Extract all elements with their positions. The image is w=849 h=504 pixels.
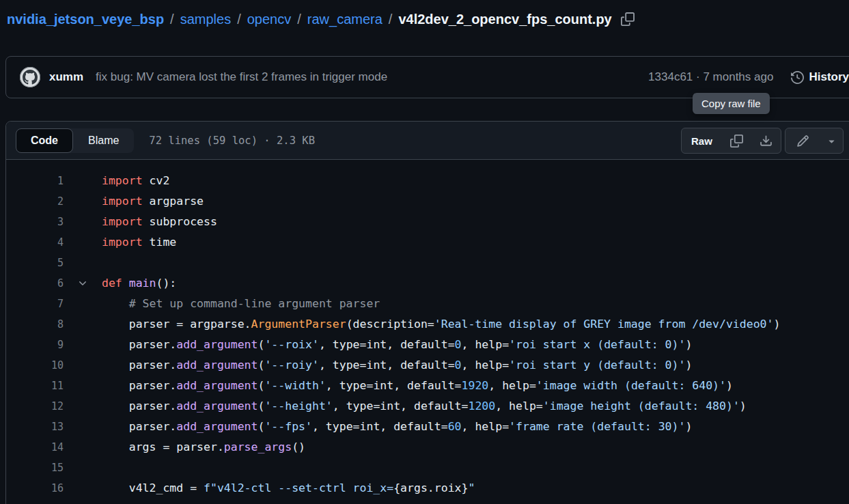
code-text: parser = argparse.ArgumentParser(descrip… bbox=[102, 314, 780, 335]
code-text: # Set up command-line argument parser bbox=[102, 294, 380, 314]
code-line: 7 # Set up command-line argument parser bbox=[6, 294, 849, 314]
github-octocat-icon bbox=[23, 70, 38, 85]
triangle-down-icon bbox=[826, 135, 837, 147]
breadcrumb-repo-link[interactable]: nvidia_jetson_veye_bsp bbox=[7, 12, 164, 27]
code-line: 13 parser.add_argument('--fps', type=int… bbox=[6, 417, 849, 437]
line-number[interactable]: 5 bbox=[6, 257, 64, 269]
line-number[interactable]: 12 bbox=[6, 400, 64, 412]
code-text: parser.add_argument('--roiy', type=int, … bbox=[102, 355, 692, 376]
code-line: 8 parser = argparse.ArgumentParser(descr… bbox=[6, 314, 849, 335]
code-blame-switcher: Code Blame bbox=[16, 128, 134, 153]
breadcrumb-link-opencv[interactable]: opencv bbox=[247, 12, 292, 27]
file-content-box: Code Blame 72 lines (59 loc) · 2.3 KB Ra… bbox=[5, 121, 849, 504]
copy-icon bbox=[621, 12, 635, 26]
line-number[interactable]: 7 bbox=[6, 298, 64, 310]
tab-blame[interactable]: Blame bbox=[73, 128, 134, 153]
commit-message[interactable]: fix bug: MV camera lost the first 2 fram… bbox=[96, 70, 387, 84]
line-number[interactable]: 8 bbox=[6, 318, 64, 331]
breadcrumb-link-raw-camera[interactable]: raw_camera bbox=[307, 12, 382, 27]
code-text: import subprocess bbox=[102, 212, 217, 232]
avatar[interactable] bbox=[20, 67, 40, 87]
breadcrumb-separator: / bbox=[297, 12, 301, 27]
code-line: 6def main(): bbox=[6, 273, 849, 294]
line-number[interactable]: 4 bbox=[6, 236, 64, 249]
line-number[interactable]: 15 bbox=[6, 462, 64, 474]
breadcrumb-separator: / bbox=[170, 12, 174, 27]
code-line: 2import argparse bbox=[6, 191, 849, 212]
commit-author[interactable]: xumm bbox=[49, 70, 83, 84]
breadcrumb: nvidia_jetson_veye_bsp / samples / openc… bbox=[7, 11, 636, 27]
copy-raw-button[interactable] bbox=[722, 128, 751, 153]
commit-sha-time: 1334c61 · 7 months ago bbox=[648, 70, 773, 84]
edit-button-group bbox=[785, 128, 844, 154]
code-text: parser.add_argument('--width', type=int,… bbox=[102, 376, 733, 396]
download-icon bbox=[760, 135, 773, 148]
code-line: 11 parser.add_argument('--width', type=i… bbox=[6, 376, 849, 396]
history-label: History bbox=[809, 70, 849, 84]
raw-button[interactable]: Raw bbox=[682, 128, 722, 153]
file-meta-info: 72 lines (59 loc) · 2.3 KB bbox=[149, 135, 315, 147]
copy-path-button[interactable] bbox=[620, 11, 636, 27]
code-line: 14 args = parser.parse_args() bbox=[6, 437, 849, 458]
code-line: 4import time bbox=[6, 232, 849, 253]
code-area: 1import cv22import argparse3import subpr… bbox=[6, 160, 849, 499]
code-line: 16 v4l2_cmd = f"v4l2-ctl --set-ctrl roi_… bbox=[6, 478, 849, 499]
line-number[interactable]: 11 bbox=[6, 380, 64, 392]
download-raw-button[interactable] bbox=[751, 128, 781, 153]
code-line: 10 parser.add_argument('--roiy', type=in… bbox=[6, 355, 849, 376]
code-text: import argparse bbox=[102, 191, 204, 212]
code-line: 15 bbox=[6, 458, 849, 478]
code-text: parser.add_argument('--height', type=int… bbox=[102, 396, 747, 417]
pencil-icon bbox=[796, 135, 809, 148]
copy-icon bbox=[730, 135, 743, 148]
code-text: parser.add_argument('--roix', type=int, … bbox=[102, 335, 692, 355]
history-button[interactable]: History bbox=[791, 70, 849, 84]
code-text: v4l2_cmd = f"v4l2-ctl --set-ctrl roi_x={… bbox=[102, 478, 475, 499]
line-number[interactable]: 3 bbox=[6, 216, 64, 228]
code-line: 3import subprocess bbox=[6, 212, 849, 232]
file-header: Code Blame 72 lines (59 loc) · 2.3 KB Ra… bbox=[6, 122, 849, 160]
code-line: 9 parser.add_argument('--roix', type=int… bbox=[6, 335, 849, 355]
breadcrumb-link-samples[interactable]: samples bbox=[180, 12, 231, 27]
line-number[interactable]: 10 bbox=[6, 359, 64, 372]
code-text: args = parser.parse_args() bbox=[102, 437, 305, 458]
tab-code[interactable]: Code bbox=[16, 128, 73, 153]
code-text: parser.add_argument('--fps', type=int, d… bbox=[102, 417, 692, 437]
line-number[interactable]: 13 bbox=[6, 421, 64, 433]
copy-raw-file-tooltip: Copy raw file bbox=[693, 93, 770, 114]
line-number[interactable]: 9 bbox=[6, 339, 64, 351]
raw-button-group: Raw bbox=[681, 128, 781, 154]
line-number[interactable]: 16 bbox=[6, 482, 64, 494]
code-text: import time bbox=[102, 232, 176, 253]
history-icon bbox=[791, 71, 804, 84]
code-line: 5 bbox=[6, 253, 849, 273]
fold-chevron-down-icon[interactable] bbox=[64, 278, 102, 289]
edit-options-button[interactable] bbox=[820, 128, 843, 153]
line-number[interactable]: 14 bbox=[6, 441, 64, 453]
breadcrumb-separator: / bbox=[389, 12, 393, 27]
latest-commit-bar: xumm fix bug: MV camera lost the first 2… bbox=[5, 56, 849, 98]
line-number[interactable]: 6 bbox=[6, 277, 64, 290]
code-text: import cv2 bbox=[102, 171, 169, 191]
code-line: 1import cv2 bbox=[6, 171, 849, 191]
code-text: def main(): bbox=[102, 273, 176, 294]
line-number[interactable]: 1 bbox=[6, 175, 64, 187]
breadcrumb-separator: / bbox=[237, 12, 241, 27]
line-number[interactable]: 2 bbox=[6, 195, 64, 208]
breadcrumb-filename: v4l2dev_2_opencv_fps_count.py bbox=[398, 12, 611, 27]
code-line: 12 parser.add_argument('--height', type=… bbox=[6, 396, 849, 417]
edit-file-button[interactable] bbox=[785, 128, 820, 153]
